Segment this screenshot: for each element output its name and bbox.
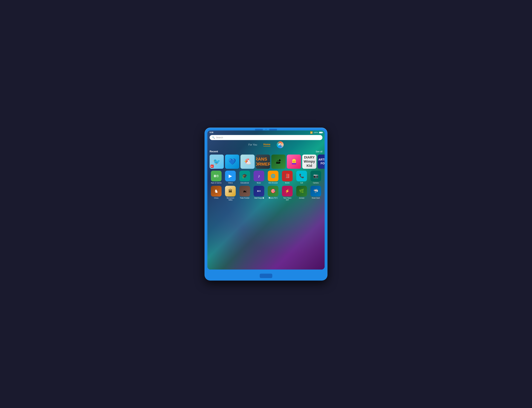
music-icon: ♪ — [254, 171, 264, 181]
bumper-left — [255, 129, 263, 130]
trials-frontier-icon: 🏍 — [239, 186, 250, 196]
app-educational[interactable]: 🎓 Educational — [238, 171, 251, 184]
search-icon: 🔍 — [212, 136, 215, 139]
videos-label: Videos — [228, 182, 233, 184]
app-apps-games[interactable]: Apps & Games — [210, 171, 223, 184]
section-header: Recent See all — [207, 150, 325, 154]
battery-icon — [319, 132, 322, 133]
nav-tabs: For You Home 🌊 — [207, 141, 325, 148]
mathtango-icon: ×÷ — [254, 186, 264, 196]
books-label: Books — [285, 182, 289, 184]
camera-label: Camera — [313, 182, 319, 184]
tab-for-you[interactable]: For You — [248, 143, 257, 146]
app-videos[interactable]: ▶ Videos — [224, 171, 237, 184]
tablet-device: 9:06 📶 100% 🔍 Search For — [205, 128, 327, 280]
screen-bezel: 9:06 📶 100% 🔍 Search For — [207, 130, 325, 270]
teen-titans-icon: ⚡ — [282, 186, 293, 196]
web-browser-label: Web Browser — [268, 182, 278, 184]
svg-rect-3 — [215, 176, 215, 176]
svg-point-6 — [217, 176, 217, 176]
music-label: Music — [257, 182, 261, 184]
recent-sonic[interactable]: 💙 — [225, 154, 239, 169]
recent-transformers[interactable]: TRANSFORMERS — [256, 154, 270, 169]
books-icon: 📕 — [282, 171, 293, 181]
status-bar: 9:06 📶 100% — [207, 130, 325, 134]
recent-diary-wimpy[interactable]: DIARYWimpyKid — [302, 154, 316, 169]
recent-crossy-road[interactable]: 🐔 — [240, 154, 255, 169]
recent-artemis-fowl[interactable]: ARTEMISFOWL — [318, 154, 325, 169]
call-label: Call — [300, 182, 303, 184]
chess-icon: ♞ — [211, 186, 221, 196]
recent-row: 🐦 ▶ 💙 🐔 TRANSFORMERS — [207, 154, 325, 169]
bumper-right — [269, 129, 277, 130]
apps-games-label: Apps & Games — [211, 182, 221, 184]
app-camera[interactable]: 📷 Camera — [309, 171, 322, 184]
nav-logo[interactable]: 🌊 — [277, 141, 284, 148]
wifi-icon: 📶 — [310, 131, 313, 134]
app-music[interactable]: ♪ Music — [252, 171, 266, 184]
battery-percent: 100% — [314, 132, 318, 133]
recent-summer-camp[interactable]: 🏕 — [271, 154, 286, 169]
search-placeholder: Search — [216, 136, 223, 139]
tab-home[interactable]: Home — [263, 143, 270, 146]
app-books[interactable]: 📕 Books — [281, 171, 294, 184]
svg-point-7 — [218, 176, 218, 176]
battery-fill — [319, 132, 322, 133]
search-bar[interactable]: 🔍 Search — [210, 135, 322, 140]
educational-icon: 🎓 — [239, 171, 250, 181]
bottom-nav: ◀ — [207, 196, 325, 200]
recent-title: Recent — [210, 150, 218, 153]
videos-icon: ▶ — [225, 171, 236, 181]
apps-games-icon — [211, 171, 221, 181]
camera-icon: 📷 — [311, 171, 321, 181]
see-all-button[interactable]: See all — [316, 150, 322, 153]
app-grid: Apps & Games ▶ Videos 🎓 Educa — [207, 171, 325, 184]
jumanji-icon: 🌿 — [296, 186, 307, 196]
status-icons: 📶 100% — [310, 131, 322, 134]
screen: 9:06 📶 100% 🔍 Search For — [207, 130, 325, 270]
home-dot[interactable] — [269, 197, 270, 198]
recent-barbie[interactable]: 👱‍♀️ — [287, 154, 301, 169]
recent-angry-birds[interactable]: 🐦 ▶ — [210, 154, 224, 169]
status-time: 9:06 — [210, 131, 213, 134]
back-button[interactable]: ◀ — [262, 196, 264, 199]
shark-dash-icon: 🦈 — [311, 186, 321, 196]
call-icon: 📞 — [296, 171, 307, 181]
web-browser-icon: 🌐 — [268, 171, 278, 181]
educational-label: Educational — [240, 182, 249, 184]
bloons-td5-icon: 🎯 — [268, 186, 278, 196]
app-web-browser[interactable]: 🌐 Web Browser — [266, 171, 280, 184]
app-call[interactable]: 📞 Call — [295, 171, 308, 184]
monument-valley-icon: 🏛 — [225, 186, 236, 196]
